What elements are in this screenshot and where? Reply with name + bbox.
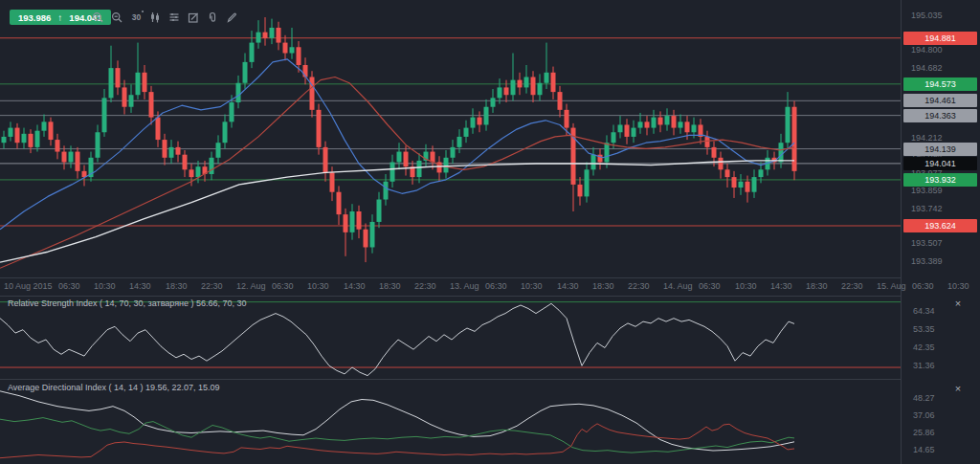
price-badge-green[interactable]: 193.932 <box>903 173 977 187</box>
candle-body <box>632 128 636 137</box>
time-label: 10:30 <box>94 281 116 291</box>
candle-body <box>270 28 275 38</box>
candle-body <box>725 169 730 177</box>
minus-di-line <box>0 424 794 458</box>
zoom-out-icon[interactable] <box>109 10 125 25</box>
candle-body <box>538 83 543 95</box>
candle-body <box>591 155 596 170</box>
candle-body <box>578 185 583 196</box>
time-label: 14:30 <box>344 281 366 291</box>
candle-body <box>752 177 757 192</box>
time-label: 10:30 <box>307 281 329 291</box>
candle-body <box>256 33 261 43</box>
candle-body <box>746 182 750 192</box>
price-tick: 194.212 <box>911 133 974 143</box>
time-label: 06:30 <box>58 281 80 291</box>
time-label: 14. Aug <box>663 281 693 291</box>
price-badge-red[interactable]: 193.624 <box>903 219 977 232</box>
candle-body <box>364 230 368 248</box>
candle-body <box>531 77 536 95</box>
plus-di-line <box>0 418 794 453</box>
time-label: 15. Aug <box>877 281 906 291</box>
candle-body <box>638 122 643 127</box>
adx-axis-value: 25.86 <box>913 428 935 437</box>
candle-body <box>29 134 33 147</box>
trading-chart-window: 195.035194.800194.682194.212194.094193.9… <box>0 0 980 464</box>
draw-icon-glyph <box>226 11 238 24</box>
price-badge-red[interactable]: 194.881 <box>903 32 977 45</box>
candle-body <box>705 137 710 147</box>
chart-type-icon-glyph <box>149 11 162 24</box>
price-badge-gray[interactable]: 194.363 <box>903 109 977 122</box>
time-label: 10:30 <box>521 281 543 291</box>
adx-close-button[interactable]: × <box>951 382 965 395</box>
candle-body <box>478 118 482 125</box>
candle-body <box>56 140 60 151</box>
time-label: 22:30 <box>628 281 650 291</box>
candle-body <box>585 169 590 196</box>
candle-body <box>263 33 268 38</box>
edit-icon[interactable] <box>186 10 202 25</box>
candle-body <box>545 73 549 83</box>
candle-body <box>565 110 569 128</box>
candle-body <box>719 158 724 169</box>
adx-axis-value: 14.65 <box>913 445 935 454</box>
ma-mid-line <box>0 77 794 269</box>
candle-body <box>277 28 281 43</box>
candle-body <box>779 143 784 162</box>
candle-body <box>156 118 161 140</box>
candle-body <box>196 166 201 177</box>
price-badge-dark[interactable]: 194.041 <box>903 157 977 170</box>
candle-body <box>685 122 690 132</box>
rsi-label: Relative Strength Index ( 14, 70, 30, за… <box>8 298 247 308</box>
zoom-in-icon-glyph <box>92 11 104 24</box>
candle-body <box>679 122 683 127</box>
candle-body <box>250 43 255 62</box>
rsi-close-button[interactable]: × <box>951 297 965 310</box>
candle-body <box>451 147 456 158</box>
time-label: 10:30 <box>735 281 757 291</box>
candle-body <box>645 122 650 127</box>
price-badge-green[interactable]: 194.573 <box>903 77 977 91</box>
candle-body <box>672 116 677 127</box>
indicators-icon[interactable] <box>167 10 183 25</box>
candle-body <box>189 169 194 177</box>
attach-icon-glyph <box>207 11 219 24</box>
chart-type-icon[interactable] <box>147 10 164 25</box>
candle-body <box>518 80 523 88</box>
candle-body <box>498 87 502 98</box>
draw-icon[interactable] <box>224 10 240 25</box>
zoom-in-icon[interactable] <box>90 10 106 25</box>
time-label: 06:30 <box>699 281 721 291</box>
candle-body <box>551 73 556 92</box>
candle-body <box>183 155 188 170</box>
adx-line <box>0 391 794 451</box>
price-tick: 193.507 <box>911 238 974 248</box>
time-label: 06:30 <box>912 281 934 291</box>
attach-icon[interactable] <box>205 10 221 25</box>
candle-body <box>143 73 147 92</box>
candle-body <box>283 43 288 54</box>
price-tick: 194.800 <box>911 45 974 55</box>
candle-body <box>15 128 20 144</box>
price-badge-gray[interactable]: 194.139 <box>903 143 977 156</box>
time-label: 14:30 <box>557 281 579 291</box>
time-label: 22:30 <box>841 281 863 291</box>
candle-body <box>323 147 328 173</box>
candle-body <box>330 172 335 191</box>
candle-body <box>9 128 13 137</box>
candle-body <box>122 87 127 106</box>
candle-body <box>384 182 389 200</box>
candle-body <box>739 182 744 188</box>
chart-canvas[interactable] <box>0 0 980 464</box>
timeframe-button[interactable]: 30 <box>128 10 145 25</box>
candle-body <box>129 95 134 106</box>
candle-body <box>625 124 630 136</box>
candle-body <box>223 122 228 143</box>
candle-body <box>786 107 791 143</box>
rsi-line <box>0 303 794 375</box>
candle-body <box>176 147 181 155</box>
adx-label: Average Directional Index ( 14, 14 ) 19.… <box>8 383 219 392</box>
price-badge-gray[interactable]: 194.461 <box>903 94 977 107</box>
candle-body <box>2 137 7 143</box>
